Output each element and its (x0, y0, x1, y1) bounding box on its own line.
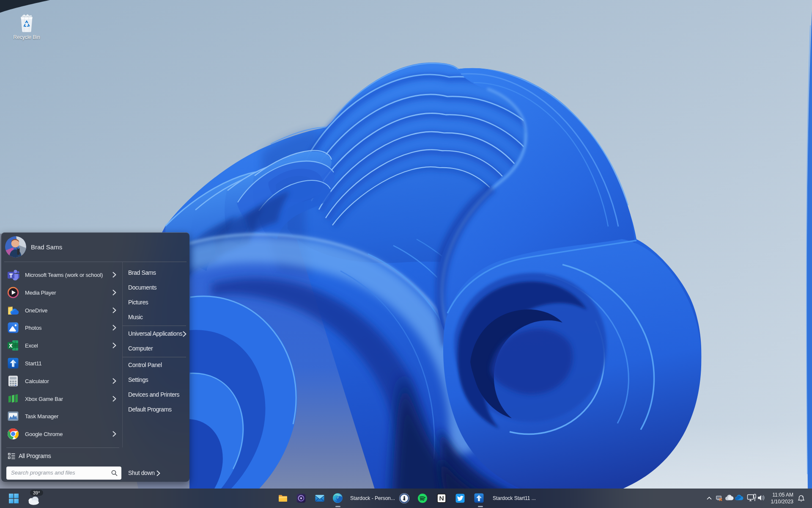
svg-text:z: z (802, 495, 803, 498)
